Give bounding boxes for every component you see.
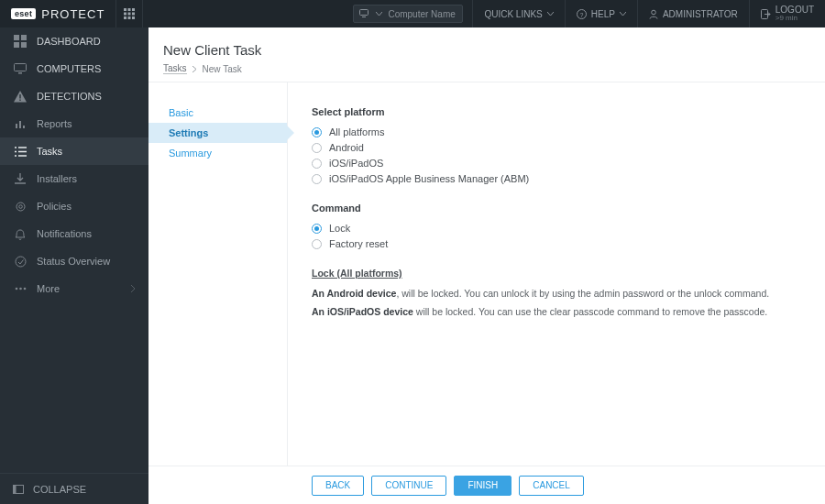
- sidebar-item-more[interactable]: More: [0, 275, 148, 302]
- svg-rect-10: [362, 16, 366, 17]
- dashboard-icon: [14, 35, 27, 48]
- brand-name: PROTECT: [41, 7, 104, 21]
- sidebar-item-notifications[interactable]: Notifications: [0, 220, 148, 247]
- topbar: eset PROTECT Computer Name QUICK LINKS ?…: [0, 0, 825, 27]
- description-heading: Lock (All platforms): [312, 268, 801, 279]
- tasks-icon: [15, 147, 27, 157]
- description-ios: An iOS/iPadOS device will be locked. You…: [312, 306, 801, 317]
- sidebar-item-computers[interactable]: COMPUTERS: [0, 55, 148, 82]
- sidebar-item-label: Reports: [37, 118, 72, 129]
- radio-label: iOS/iPadOS Apple Business Manager (ABM): [329, 173, 529, 184]
- step-basic[interactable]: Basic: [148, 103, 287, 123]
- command-option-lock[interactable]: Lock: [312, 221, 801, 236]
- quick-links-menu[interactable]: QUICK LINKS: [472, 0, 564, 27]
- help-menu[interactable]: ? HELP: [565, 0, 637, 27]
- monitor-icon: [359, 9, 370, 18]
- settings-panel: Select platform All platforms Android iO…: [288, 82, 825, 466]
- brand: eset PROTECT: [0, 0, 116, 27]
- radio-label: Factory reset: [329, 238, 388, 249]
- radio-icon: [312, 174, 322, 184]
- svg-rect-0: [124, 8, 126, 11]
- radio-label: iOS/iPadOS: [329, 158, 383, 169]
- more-icon: [15, 287, 27, 290]
- chevron-down-icon: [376, 12, 382, 16]
- chevron-down-icon: [547, 12, 554, 16]
- bell-icon: [15, 228, 26, 240]
- svg-rect-15: [14, 35, 19, 40]
- svg-rect-19: [15, 64, 27, 71]
- status-icon: [15, 256, 27, 268]
- sidebar-item-label: Status Overview: [37, 256, 110, 267]
- radio-icon: [312, 159, 322, 169]
- cancel-button[interactable]: CANCEL: [519, 476, 584, 496]
- collapse-sidebar-button[interactable]: COLLAPSE: [0, 473, 148, 504]
- admin-menu[interactable]: ADMINISTRATOR: [637, 0, 749, 27]
- svg-rect-4: [128, 13, 131, 16]
- platform-option-android[interactable]: Android: [312, 140, 801, 155]
- svg-rect-1: [128, 8, 131, 11]
- sidebar-item-label: COMPUTERS: [37, 63, 101, 74]
- logout-button[interactable]: LOGOUT >9 min: [749, 0, 825, 27]
- gear-icon: [15, 201, 27, 213]
- radio-icon: [312, 239, 322, 249]
- radio-label: All platforms: [329, 126, 385, 137]
- sidebar-item-label: More: [37, 283, 60, 294]
- platform-option-abm[interactable]: iOS/iPadOS Apple Business Manager (ABM): [312, 171, 801, 186]
- collapse-label: COLLAPSE: [33, 484, 86, 495]
- search-input[interactable]: Computer Name: [353, 5, 463, 23]
- svg-text:?: ?: [579, 11, 583, 17]
- page-title: New Client Task: [163, 42, 810, 58]
- breadcrumb: Tasks New Task: [163, 63, 810, 74]
- sidebar-item-reports[interactable]: Reports: [0, 110, 148, 137]
- help-icon: ?: [577, 9, 587, 19]
- sidebar-item-status[interactable]: Status Overview: [0, 247, 148, 275]
- chevron-right-icon: [131, 285, 136, 292]
- svg-point-27: [19, 288, 22, 290]
- svg-rect-17: [14, 42, 19, 48]
- svg-point-28: [23, 288, 26, 290]
- step-settings[interactable]: Settings: [148, 123, 287, 143]
- chevron-down-icon: [620, 12, 626, 16]
- finish-button[interactable]: FINISH: [454, 476, 512, 496]
- search-placeholder: Computer Name: [388, 9, 455, 19]
- svg-point-26: [15, 288, 17, 290]
- page-header: New Client Task Tasks New Task: [148, 27, 825, 82]
- back-button[interactable]: BACK: [312, 476, 364, 496]
- svg-rect-30: [14, 485, 16, 493]
- svg-rect-3: [124, 13, 126, 16]
- wizard-steps: Basic Settings Summary: [148, 82, 288, 466]
- step-summary[interactable]: Summary: [148, 143, 287, 163]
- svg-point-24: [18, 204, 22, 208]
- warning-icon: [14, 91, 27, 103]
- breadcrumb-current: New Task: [203, 64, 242, 74]
- sidebar-item-dashboard[interactable]: DASHBOARD: [0, 27, 148, 55]
- brand-badge: eset: [11, 8, 36, 19]
- user-icon: [649, 9, 658, 19]
- sidebar-item-label: Policies: [37, 201, 72, 212]
- logout-icon: [761, 9, 771, 19]
- svg-point-25: [16, 257, 26, 267]
- sidebar-item-installers[interactable]: Installers: [0, 165, 148, 192]
- platform-option-ios[interactable]: iOS/iPadOS: [312, 156, 801, 170]
- svg-rect-9: [360, 10, 368, 16]
- svg-rect-8: [132, 16, 135, 19]
- svg-rect-6: [124, 16, 126, 19]
- apps-switcher-button[interactable]: [116, 0, 143, 27]
- chevron-right-icon: [192, 66, 197, 72]
- sidebar-item-tasks[interactable]: Tasks: [0, 137, 148, 165]
- command-option-factory[interactable]: Factory reset: [312, 236, 801, 251]
- radio-icon: [312, 143, 322, 153]
- platform-option-all[interactable]: All platforms: [312, 125, 801, 139]
- svg-rect-2: [132, 8, 135, 11]
- section-title-command: Command: [312, 203, 801, 214]
- sidebar-item-label: Tasks: [37, 146, 62, 157]
- svg-rect-16: [21, 35, 27, 40]
- sidebar-item-detections[interactable]: DETECTIONS: [0, 82, 148, 110]
- radio-label: Lock: [329, 223, 350, 234]
- description-android: An Android device, will be locked. You c…: [312, 288, 801, 299]
- sidebar-item-policies[interactable]: Policies: [0, 192, 148, 220]
- breadcrumb-root[interactable]: Tasks: [163, 63, 187, 74]
- sidebar: DASHBOARD COMPUTERS DETECTIONS Reports T…: [0, 27, 148, 504]
- svg-rect-21: [19, 94, 20, 99]
- continue-button[interactable]: CONTINUE: [371, 476, 446, 496]
